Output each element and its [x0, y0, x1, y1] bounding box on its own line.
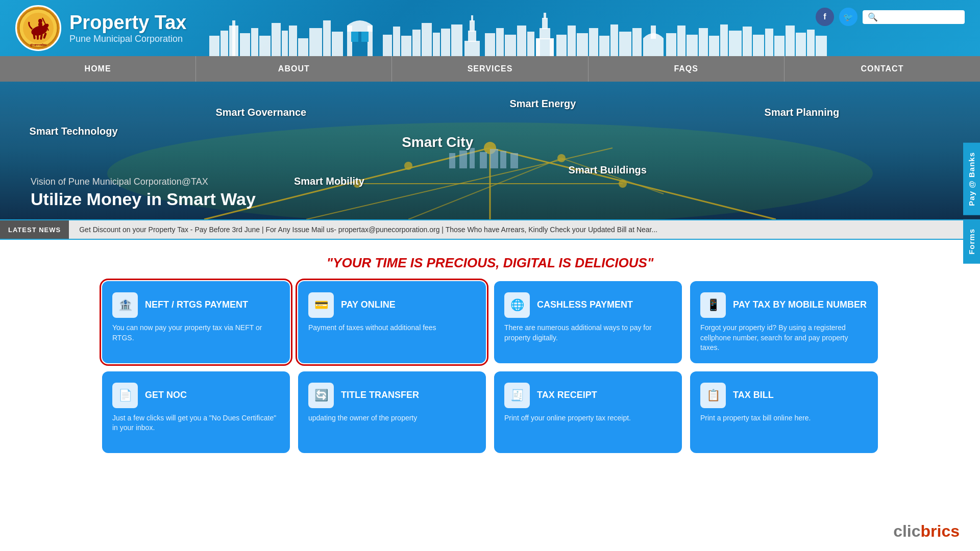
search-input[interactable] [881, 13, 960, 21]
svg-rect-77 [807, 30, 815, 56]
svg-rect-46 [517, 26, 526, 56]
pay-online-desc: Payment of taxes without additional fees [308, 323, 476, 333]
card-title-transfer[interactable]: 🔄 TITLE TRANSFER updating the owner of t… [298, 371, 486, 453]
smart-technology-label: Smart Technology [30, 126, 118, 137]
svg-rect-65 [677, 26, 685, 56]
nav-contact[interactable]: CONTACT [785, 56, 980, 82]
svg-rect-34 [412, 30, 421, 56]
site-title: Property Tax [69, 12, 186, 34]
svg-rect-28 [347, 26, 373, 32]
svg-rect-49 [540, 28, 550, 39]
vision-text: Vision of Pune Municipal Corporation@TAX [31, 177, 256, 187]
svg-rect-71 [743, 27, 752, 56]
svg-rect-66 [687, 35, 698, 56]
smart-planning-label: Smart Planning [765, 107, 840, 118]
svg-rect-62 [643, 38, 664, 56]
hero-bottom-text: Vision of Pune Municipal Corporation@TAX… [31, 177, 256, 209]
header-logo: पुणे महानगरपालिका Property Tax Pune Muni… [15, 5, 186, 51]
svg-rect-20 [282, 31, 288, 56]
svg-rect-42 [471, 15, 473, 21]
svg-rect-47 [527, 32, 534, 56]
svg-rect-61 [632, 28, 642, 56]
neft-rtgs-title: NEFT / RTGS PAYMENT [145, 299, 248, 311]
cashless-icon: 🌐 [504, 292, 530, 318]
nav-about[interactable]: ABOUT [196, 56, 392, 82]
svg-rect-73 [765, 29, 773, 56]
hero-text-overlay: Smart Governance Smart Energy Smart Tech… [0, 82, 980, 219]
smart-energy-label: Smart Energy [509, 98, 576, 110]
card-cashless[interactable]: 🌐 CASHLESS PAYMENT There are numerous ad… [494, 281, 682, 363]
pay-at-banks-tab[interactable]: Pay @ Banks [963, 143, 980, 215]
svg-rect-23 [309, 28, 322, 56]
tax-receipt-icon: 🧾 [504, 383, 530, 408]
svg-rect-36 [433, 33, 440, 56]
card-pay-mobile[interactable]: 📱 PAY TAX BY MOBILE NUMBER Forgot your p… [690, 281, 878, 363]
nav-services[interactable]: SERVICES [392, 56, 588, 82]
svg-rect-57 [589, 28, 598, 56]
search-box[interactable]: 🔍 [863, 10, 965, 24]
tax-bill-desc: Print a property tax bill online here. [700, 413, 868, 423]
cashless-desc: There are numerous additional ways to pa… [504, 323, 672, 343]
svg-rect-43 [485, 33, 495, 56]
hero-tagline: Utilize Money in Smart Way [31, 189, 256, 209]
svg-rect-68 [709, 36, 719, 56]
svg-rect-45 [505, 35, 516, 56]
nav-faqs[interactable]: FAQS [589, 56, 785, 82]
pay-online-title: PAY ONLINE [341, 299, 396, 311]
neft-rtgs-icon: 🏦 [112, 292, 138, 318]
svg-rect-35 [422, 23, 432, 56]
title-transfer-desc: updating the owner of the property [308, 413, 476, 423]
pay-mobile-desc: Forgot your property id? By using a regi… [700, 323, 868, 353]
forms-tab[interactable]: Forms [963, 219, 980, 264]
card-get-noc[interactable]: 📄 GET NOC Just a few clicks will get you… [102, 371, 290, 453]
smart-buildings-label: Smart Buildings [569, 164, 647, 176]
svg-rect-69 [720, 24, 728, 56]
svg-rect-52 [536, 38, 540, 56]
title-transfer-icon: 🔄 [308, 383, 334, 408]
svg-rect-56 [577, 33, 588, 56]
header: पुणे महानगरपालिका Property Tax Pune Muni… [0, 0, 980, 56]
svg-rect-72 [753, 35, 764, 56]
svg-rect-64 [666, 33, 676, 56]
svg-rect-53 [550, 38, 554, 56]
pay-mobile-title: PAY TAX BY MOBILE NUMBER [733, 299, 867, 311]
svg-rect-67 [699, 28, 708, 56]
svg-rect-39 [464, 41, 480, 56]
site-subtitle: Pune Municipal Corporation [69, 34, 186, 44]
ticker-content: Get Discount on your Property Tax - Pay … [69, 226, 980, 234]
tax-receipt-title: TAX RECEIPT [537, 390, 597, 401]
header-title-block: Property Tax Pune Municipal Corporation [69, 12, 186, 44]
section-tagline: "YOUR TIME IS PRECIOUS, DIGITAL IS DELIC… [102, 255, 878, 271]
smart-governance-label: Smart Governance [215, 107, 306, 118]
svg-rect-40 [468, 31, 476, 42]
city-skyline [179, 10, 852, 56]
svg-rect-24 [323, 20, 331, 56]
tax-bill-icon: 📋 [700, 383, 726, 408]
card-neft-rtgs[interactable]: 🏦 NEFT / RTGS PAYMENT You can now pay yo… [102, 281, 290, 363]
svg-rect-18 [259, 36, 271, 56]
svg-rect-12 [209, 36, 219, 56]
card-tax-receipt[interactable]: 🧾 TAX RECEIPT Print off your online prop… [494, 371, 682, 453]
smart-mobility-label: Smart Mobility [294, 176, 364, 187]
twitter-icon[interactable]: 🐦 [839, 8, 857, 26]
svg-rect-17 [251, 28, 258, 56]
hero-banner: Smart Governance Smart Energy Smart Tech… [0, 82, 980, 219]
svg-rect-75 [786, 26, 795, 56]
smart-city-label: Smart City [402, 134, 473, 151]
svg-rect-60 [619, 32, 631, 56]
facebook-icon[interactable]: f [816, 8, 834, 26]
svg-rect-21 [289, 26, 297, 56]
tax-bill-title: TAX BILL [733, 390, 774, 401]
header-right: f 🐦 🔍 [816, 8, 965, 26]
svg-rect-54 [556, 35, 567, 56]
clic-text: clic [893, 522, 920, 540]
svg-point-9 [38, 19, 42, 23]
svg-rect-25 [332, 32, 343, 56]
service-cards-grid: 🏦 NEFT / RTGS PAYMENT You can now pay yo… [102, 281, 878, 453]
svg-rect-32 [393, 27, 400, 56]
card-tax-bill[interactable]: 📋 TAX BILL Print a property tax bill onl… [690, 371, 878, 453]
svg-rect-33 [401, 36, 411, 56]
card-pay-online[interactable]: 💳 PAY ONLINE Payment of taxes without ad… [298, 281, 486, 363]
svg-rect-19 [272, 23, 281, 56]
nav-home[interactable]: HOME [0, 56, 196, 82]
